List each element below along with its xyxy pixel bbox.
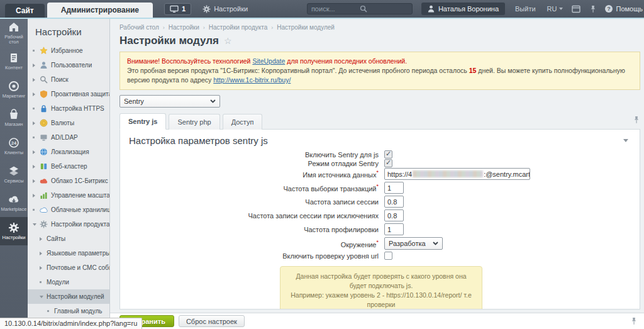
language-selector[interactable]: RU — [547, 5, 563, 13]
sidebar-item[interactable]: Поиск — [28, 72, 109, 87]
sidebar-title: Настройки — [28, 19, 109, 43]
enable-sentry-js-checkbox[interactable] — [384, 150, 392, 159]
dsn-input[interactable]: https://4 :@sentry.mcart.ru/32 — [384, 168, 530, 180]
trial-notice: Внимание! Воспользуйтесь технологией Sit… — [119, 52, 640, 90]
breadcrumb-item[interactable]: Рабочий стол — [119, 24, 159, 31]
rail-item-клиенты[interactable]: 24Клиенты — [0, 132, 28, 160]
reset-settings-button[interactable]: Сброс настроек — [179, 315, 245, 327]
gear-icon — [40, 220, 48, 228]
collapsed-arrow-icon — [33, 165, 40, 169]
form-row: Имя источника данных* https://4 :@sentry… — [120, 168, 640, 180]
breadcrumb-separator: › — [203, 25, 205, 31]
rail-item-label: Магазин — [5, 122, 23, 127]
logout-link[interactable]: Выйти — [515, 5, 536, 13]
clients-icon: 24 — [8, 137, 19, 148]
sidebar-item[interactable]: Главный модуль — [28, 304, 109, 318]
user-icon — [40, 61, 48, 69]
rail-item-label: Рабочий стол — [0, 35, 28, 45]
sidebar-item[interactable]: Пользователи — [28, 58, 109, 72]
rail-item-marketplace[interactable]: Marketplace — [0, 189, 28, 217]
sidebar-item[interactable]: Избранное — [28, 43, 109, 58]
bullet-marker — [33, 209, 40, 211]
tab-administration[interactable]: Администрирование — [47, 3, 153, 18]
breadcrumb-item[interactable]: Настройки продукта — [209, 24, 267, 31]
bullet-marker — [33, 108, 40, 109]
form-row: Режим отладки Sentry — [120, 159, 640, 167]
sidebar-item[interactable]: Валюты — [28, 116, 109, 130]
sidebar-item[interactable]: Настройка HTTPS — [28, 101, 109, 116]
transactions-sample-rate-input[interactable] — [384, 182, 404, 194]
rail-item-контент[interactable]: Контент — [0, 47, 28, 75]
tab-sentry-js[interactable]: Sentry js — [119, 113, 166, 130]
page-title: Настройки модуля — [119, 35, 219, 47]
sidebar-item-label: Настройка HTTPS — [51, 105, 104, 112]
user-menu-button[interactable]: Наталья Воронина — [421, 3, 505, 15]
sidebar-item[interactable]: Почтовые и СМС события — [28, 260, 109, 275]
svg-text:24: 24 — [11, 140, 17, 146]
sidebar-item[interactable]: AD/LDAP — [28, 130, 109, 145]
sidebar-item[interactable]: Локализация — [28, 145, 109, 159]
environment-select[interactable]: Разработка — [384, 237, 443, 250]
topbar-settings-menu[interactable]: Настройки — [203, 5, 248, 13]
sidebar-item-label: Управление масштабированием — [51, 192, 109, 199]
collapse-section-icon[interactable] — [623, 139, 628, 142]
session-rate-input[interactable] — [384, 196, 404, 208]
rail-item-настройки[interactable]: Настройки — [0, 217, 28, 245]
sidebar-item[interactable]: Проактивная защита — [28, 87, 109, 101]
sidebar-item[interactable]: Облако 1С-Битрикс — [28, 174, 109, 188]
rail-item-рабочий-стол[interactable]: Рабочий стол — [0, 19, 28, 47]
sidebar-item-label: AD/LDAP — [51, 134, 78, 141]
bullet-marker — [33, 137, 40, 138]
sidebar-item[interactable]: Сайты — [28, 231, 109, 246]
sidebar-item[interactable]: Облачные хранилища — [28, 203, 109, 217]
sentry-debug-checkbox[interactable] — [384, 159, 392, 167]
form-row: Частота записи сессии — [120, 196, 640, 208]
rail-item-магазин[interactable]: Магазин — [0, 104, 28, 132]
sidebar-item[interactable]: Языковые параметры — [28, 246, 109, 260]
globe-icon — [40, 148, 48, 156]
search-input[interactable]: поиск... — [307, 3, 413, 14]
profiling-rate-input[interactable] — [384, 223, 404, 235]
sidebar-item-label: Сайты — [47, 235, 65, 242]
session-error-rate-input[interactable] — [384, 209, 404, 221]
breadcrumb-separator: › — [271, 25, 273, 31]
desktop-panel-icon[interactable] — [572, 5, 580, 13]
sidebar-item[interactable]: Настройки продукта — [28, 217, 109, 231]
sidebar-item[interactable]: Настройки модулей — [28, 289, 109, 304]
sidebar-item-label: Почтовые и СМС события — [47, 264, 109, 271]
rail-item-label: Контент — [5, 65, 23, 70]
sidebar-item-label: Проактивная защита — [51, 91, 109, 98]
sidebar-item[interactable]: Управление масштабированием — [28, 188, 109, 203]
tab-доступ[interactable]: Доступ — [223, 114, 263, 130]
section-title: Настройка параметров sentry js — [129, 135, 268, 146]
tab-site[interactable]: Сайт — [5, 4, 45, 18]
favorite-star-icon[interactable]: ☆ — [224, 36, 232, 46]
rail-item-маркетинг[interactable]: Маркетинг — [0, 75, 28, 104]
rail-item-сервисы[interactable]: Сервисы — [0, 160, 28, 189]
breadcrumb-item[interactable]: Настройки модулей — [277, 24, 335, 31]
url-level-check-checkbox[interactable] — [384, 252, 392, 260]
buy-link[interactable]: http://www.1c-bitrix.ru/buy/ — [213, 76, 291, 84]
notifications-button[interactable]: 1 — [164, 3, 191, 15]
pin-icon[interactable] — [589, 5, 597, 13]
chevron-down-icon — [433, 242, 438, 245]
user-icon — [428, 5, 435, 13]
tab-sentry-php[interactable]: Sentry php — [169, 114, 219, 130]
sidebar-item-label: Валюты — [51, 120, 74, 126]
services-icon — [8, 165, 19, 177]
form-row: Окружение* Разработка — [120, 237, 640, 250]
sidebar-item[interactable]: Модули — [28, 275, 109, 289]
rail-item-label: Marketplace — [1, 207, 27, 212]
notifications-count: 1 — [182, 5, 186, 13]
gear-icon — [203, 5, 211, 13]
module-select[interactable]: Sentry — [119, 95, 220, 108]
search-icon — [360, 5, 408, 13]
breadcrumb-item[interactable]: Настройки — [169, 24, 199, 31]
sidebar-item[interactable]: Веб-кластер — [28, 159, 109, 174]
pin-icon[interactable] — [633, 116, 640, 126]
collapsed-arrow-icon — [40, 252, 47, 255]
pin-icon[interactable] — [630, 317, 638, 325]
siteupdate-link[interactable]: SiteUpdate — [252, 57, 285, 65]
help-menu[interactable]: ? Помощь — [604, 4, 643, 13]
scale-icon — [40, 191, 48, 199]
